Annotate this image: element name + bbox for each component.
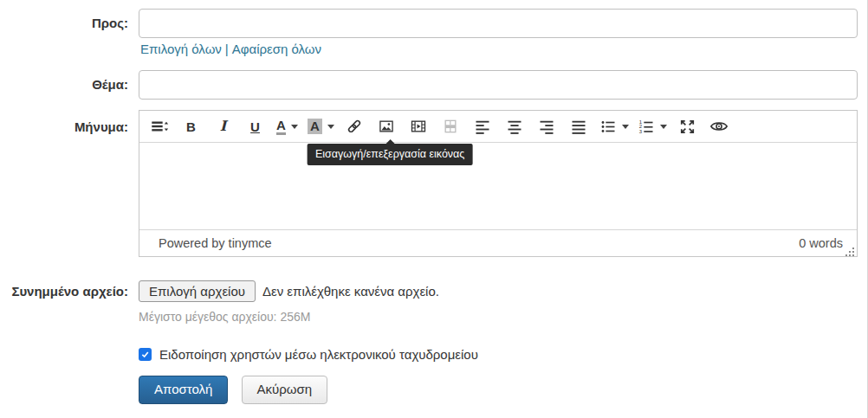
resize-handle-icon[interactable] xyxy=(845,245,855,254)
bold-button[interactable]: B xyxy=(179,113,203,139)
actions-row: Αποστολή Ακύρωση xyxy=(0,376,868,404)
text-color-button[interactable]: A xyxy=(275,113,299,139)
align-left-button[interactable] xyxy=(471,113,495,139)
justify-icon xyxy=(570,118,587,135)
to-label: Προς: xyxy=(0,9,139,30)
to-row: Προς: Επιλογή όλων|Αφαίρεση όλων xyxy=(0,9,868,56)
italic-button[interactable]: I xyxy=(211,113,235,139)
editor-toolbar: B I U A A xyxy=(139,111,857,143)
numbered-list-button[interactable]: 1 2 3 xyxy=(638,113,667,139)
format-select-button[interactable] xyxy=(147,113,171,139)
send-button[interactable]: Αποστολή xyxy=(139,376,228,404)
notify-row: Ειδοποίηση χρηστών μέσω ηλεκτρονικού ταχ… xyxy=(0,347,868,362)
image-tooltip: Εισαγωγή/επεξεργασία εικόνας xyxy=(308,144,472,165)
align-right-button[interactable] xyxy=(535,113,559,139)
preview-button[interactable] xyxy=(708,113,731,139)
media-icon xyxy=(410,118,427,135)
attachment-row: Συνημμένο αρχείο: Επιλογή αρχείου Δεν επ… xyxy=(0,280,868,324)
compose-message-form: Προς: Επιλογή όλων|Αφαίρεση όλων Θέμα: Μ… xyxy=(0,0,868,418)
word-count: 0 words xyxy=(799,236,846,250)
max-file-size-text: Μέγιστο μέγεθος αρχείου: 256M xyxy=(139,310,858,324)
fullscreen-button[interactable] xyxy=(676,113,699,139)
actions-col: Αποστολή Ακύρωση xyxy=(139,376,858,404)
chevron-down-icon[interactable] xyxy=(622,125,629,129)
underline-button[interactable]: U xyxy=(243,113,267,139)
cancel-button[interactable]: Ακύρωση xyxy=(242,376,328,404)
no-file-selected-text: Δεν επιλέχθηκε κανένα αρχείο. xyxy=(262,284,439,299)
notify-field-col: Ειδοποίηση χρηστών μέσω ηλεκτρονικού ταχ… xyxy=(139,347,858,362)
select-all-link[interactable]: Επιλογή όλων xyxy=(140,42,222,56)
italic-icon: I xyxy=(220,119,226,133)
checkbox-checked-icon[interactable] xyxy=(139,348,152,361)
bold-icon: B xyxy=(186,120,196,133)
underline-icon: U xyxy=(250,120,260,133)
align-left-icon xyxy=(474,118,491,135)
background-color-button[interactable]: A xyxy=(308,113,334,139)
message-label: Μήνυμα: xyxy=(0,110,139,134)
tinymce-branding-link[interactable]: Powered by tinymce xyxy=(159,236,272,250)
message-field-col: B I U A A xyxy=(139,110,858,257)
film-strip-icon xyxy=(442,118,459,135)
subject-row: Θέμα: xyxy=(0,70,868,100)
background-color-icon: A xyxy=(308,119,322,134)
subject-field-col xyxy=(139,70,858,100)
attachment-field-col: Επιλογή αρχείου Δεν επιλέχθηκε κανένα αρ… xyxy=(139,280,858,324)
choose-file-button[interactable]: Επιλογή αρχείου xyxy=(139,280,256,302)
rich-text-editor: B I U A A xyxy=(139,110,858,257)
message-row: Μήνυμα: xyxy=(0,110,868,257)
bullet-list-icon xyxy=(599,118,617,135)
text-color-icon: A xyxy=(276,119,286,135)
chevron-down-icon[interactable] xyxy=(660,125,667,129)
chevron-down-icon[interactable] xyxy=(327,125,334,129)
video-button-disabled xyxy=(439,113,463,139)
align-center-button[interactable] xyxy=(503,113,527,139)
to-field-col: Επιλογή όλων|Αφαίρεση όλων xyxy=(139,9,858,56)
format-select-icon xyxy=(150,117,169,136)
image-button[interactable]: Εισαγωγή/επεξεργασία εικόνας xyxy=(375,113,398,139)
link-button[interactable] xyxy=(343,113,366,139)
file-input-line: Επιλογή αρχείου Δεν επιλέχθηκε κανένα αρ… xyxy=(139,280,858,302)
notify-text: Ειδοποίηση χρηστών μέσω ηλεκτρονικού ταχ… xyxy=(159,347,478,362)
recipient-links: Επιλογή όλων|Αφαίρεση όλων xyxy=(140,42,858,56)
links-separator: | xyxy=(225,42,229,56)
link-icon xyxy=(346,118,363,135)
notify-checkbox-label[interactable]: Ειδοποίηση χρηστών μέσω ηλεκτρονικού ταχ… xyxy=(139,347,858,362)
editor-statusbar: Powered by tinymce 0 words xyxy=(139,229,857,256)
editor-content-area[interactable] xyxy=(139,143,857,229)
align-right-icon xyxy=(538,118,555,135)
eye-icon xyxy=(709,117,729,136)
attachment-label: Συνημμένο αρχείο: xyxy=(0,280,139,299)
fullscreen-icon xyxy=(679,119,696,135)
svg-text:3: 3 xyxy=(639,129,643,134)
subject-input[interactable] xyxy=(139,70,858,100)
deselect-all-link[interactable]: Αφαίρεση όλων xyxy=(232,42,321,56)
media-button[interactable] xyxy=(407,113,431,139)
bullet-list-button[interactable] xyxy=(599,113,629,139)
numbered-list-icon: 1 2 3 xyxy=(638,118,655,135)
justify-button[interactable] xyxy=(567,113,591,139)
align-center-icon xyxy=(506,118,523,135)
to-input[interactable] xyxy=(139,9,858,38)
image-icon xyxy=(378,118,395,135)
chevron-down-icon[interactable] xyxy=(291,125,298,129)
subject-label: Θέμα: xyxy=(0,70,139,92)
